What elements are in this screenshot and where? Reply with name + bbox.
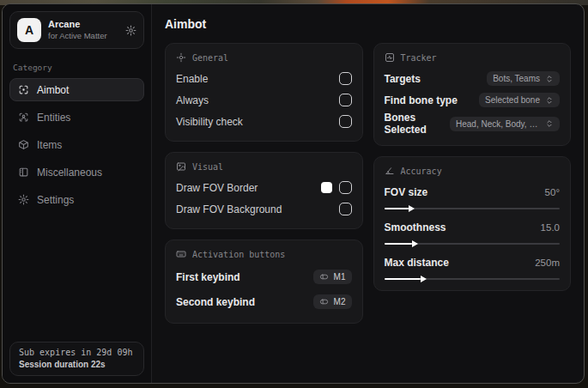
max-distance-slider-group: Max distance 250m — [385, 252, 561, 280]
keyboard-icon — [176, 249, 186, 259]
setting-label: Bones Selected — [385, 112, 451, 136]
setting-label: Find bone type — [385, 94, 458, 106]
activity-icon — [385, 52, 395, 63]
brand-avatar: A — [17, 18, 41, 42]
slider-value: 15.0 — [541, 222, 560, 233]
setting-label: First keybind — [176, 271, 240, 283]
slider-fill[interactable] — [385, 278, 421, 280]
right-column: Tracker Targets Bots, Teams — [373, 43, 572, 291]
sidebar-item-aimbot[interactable]: Aimbot — [9, 78, 144, 101]
mouse-icon — [319, 272, 329, 282]
cube-icon — [18, 139, 29, 150]
setting-row-always: Always — [176, 90, 352, 110]
card-header-label: Visual — [192, 162, 223, 172]
sidebar-item-entities[interactable]: Entities — [9, 106, 144, 129]
angle-icon — [385, 166, 395, 176]
enable-checkbox[interactable] — [339, 72, 352, 85]
sidebar-item-label: Settings — [37, 194, 74, 206]
tracker-card: Tracker Targets Bots, Teams — [373, 43, 572, 146]
sidebar-item-settings[interactable]: Settings — [9, 188, 144, 211]
first-keybind-button[interactable]: M1 — [313, 270, 352, 284]
keybind-value: M1 — [334, 272, 346, 282]
dropdown-value: Bots, Teams — [493, 74, 540, 83]
setting-label: Targets — [385, 73, 421, 85]
setting-row-second-keybind: Second keybind M2 — [176, 290, 352, 313]
activation-buttons-card: Activation buttons First keybind M1 — [165, 239, 363, 324]
setting-label: Draw FOV Background — [176, 203, 282, 215]
slider-label: FOV size — [385, 186, 428, 198]
sidebar-item-label: Entities — [37, 112, 70, 124]
visibility-check-checkbox[interactable] — [339, 115, 352, 128]
category-label: Category — [13, 63, 141, 72]
chevrons-up-down-icon — [545, 119, 554, 128]
card-header-label: Accuracy — [401, 167, 442, 176]
gear-icon — [18, 194, 29, 205]
dropdown-value: Selected bone — [485, 95, 540, 105]
gear-icon[interactable] — [125, 25, 136, 36]
slider-label-row: Max distance 250m — [385, 252, 561, 272]
visual-card: Visual Draw FOV Border Draw FOV Backgrou… — [165, 152, 363, 229]
bones-selected-dropdown[interactable]: Head, Neck, Body, Pe… — [450, 117, 560, 131]
cheat-menu-window: A Arcane for Active Matter Category — [2, 3, 585, 384]
brand-name: Arcane — [48, 19, 118, 31]
draw-fov-background-checkbox[interactable] — [339, 203, 352, 215]
category-nav: Aimbot Entities — [3, 78, 151, 211]
targets-dropdown[interactable]: Bots, Teams — [487, 71, 560, 86]
max-distance-slider[interactable] — [385, 278, 561, 280]
slider-label: Max distance — [385, 257, 449, 269]
accuracy-card: Accuracy FOV size 50° Smoothness — [373, 156, 572, 291]
mouse-icon — [319, 297, 329, 306]
keybind-value: M2 — [334, 297, 346, 306]
setting-row-draw-fov-background: Draw FOV Background — [176, 199, 352, 219]
sidebar-item-items[interactable]: Items — [9, 133, 144, 156]
fov-size-slider-group: FOV size 50° — [385, 182, 561, 209]
fov-size-slider[interactable] — [385, 208, 561, 209]
setting-row-first-keybind: First keybind M1 — [176, 265, 352, 288]
sidebar-item-label: Miscellaneous — [37, 167, 102, 179]
setting-label: Second keybind — [176, 296, 255, 308]
setting-row-draw-fov-border: Draw FOV Border — [176, 178, 352, 197]
slider-label-row: FOV size 50° — [385, 182, 561, 202]
setting-label: Draw FOV Border — [176, 182, 258, 194]
smoothness-slider-group: Smoothness 15.0 — [385, 217, 561, 245]
subscription-info-card: Sub expires in 29d 09h Session duration … — [9, 342, 144, 376]
fov-border-color-swatch[interactable] — [321, 182, 332, 193]
smoothness-slider[interactable] — [385, 243, 561, 245]
second-keybind-button[interactable]: M2 — [313, 294, 352, 309]
always-checkbox[interactable] — [339, 94, 352, 106]
chevrons-up-down-icon — [545, 96, 554, 105]
slider-label-row: Smoothness 15.0 — [385, 217, 561, 237]
slider-fill[interactable] — [385, 208, 409, 209]
draw-fov-border-checkbox[interactable] — [339, 181, 352, 194]
crosshair-icon — [176, 52, 186, 63]
crosshair-scan-icon — [18, 84, 29, 95]
setting-row-enable: Enable — [176, 69, 352, 88]
setting-row-targets: Targets Bots, Teams — [385, 69, 561, 88]
slider-value: 250m — [535, 258, 560, 268]
slider-fill[interactable] — [385, 243, 413, 245]
panel-icon — [18, 167, 29, 178]
setting-row-visibility-check: Visibility check — [176, 112, 352, 131]
image-icon — [176, 161, 186, 172]
accuracy-card-header: Accuracy — [385, 166, 561, 176]
entity-scan-icon — [18, 112, 29, 123]
page-title: Aimbot — [165, 17, 571, 31]
general-card: General Enable Always Visibility check — [165, 43, 363, 142]
brand-card: A Arcane for Active Matter — [9, 11, 144, 49]
find-bone-type-dropdown[interactable]: Selected bone — [479, 93, 560, 107]
setting-label: Enable — [176, 73, 208, 85]
sidebar-item-label: Aimbot — [37, 84, 69, 96]
left-column: General Enable Always Visibility check — [165, 43, 363, 324]
slider-value: 50° — [545, 187, 560, 197]
sub-expiry-text: Sub expires in 29d 09h — [19, 348, 135, 357]
sidebar-item-label: Items — [37, 139, 62, 151]
tracker-card-header: Tracker — [385, 52, 561, 63]
setting-label: Visibility check — [176, 116, 243, 128]
setting-row-bones-selected: Bones Selected Head, Neck, Body, Pe… — [385, 112, 561, 136]
card-header-label: General — [192, 53, 228, 63]
sidebar-item-miscellaneous[interactable]: Miscellaneous — [9, 161, 144, 184]
session-duration-text: Session duration 22s — [19, 360, 135, 369]
card-header-label: Tracker — [401, 53, 437, 63]
visual-card-header: Visual — [176, 161, 352, 172]
brand-text: Arcane for Active Matter — [48, 19, 118, 41]
